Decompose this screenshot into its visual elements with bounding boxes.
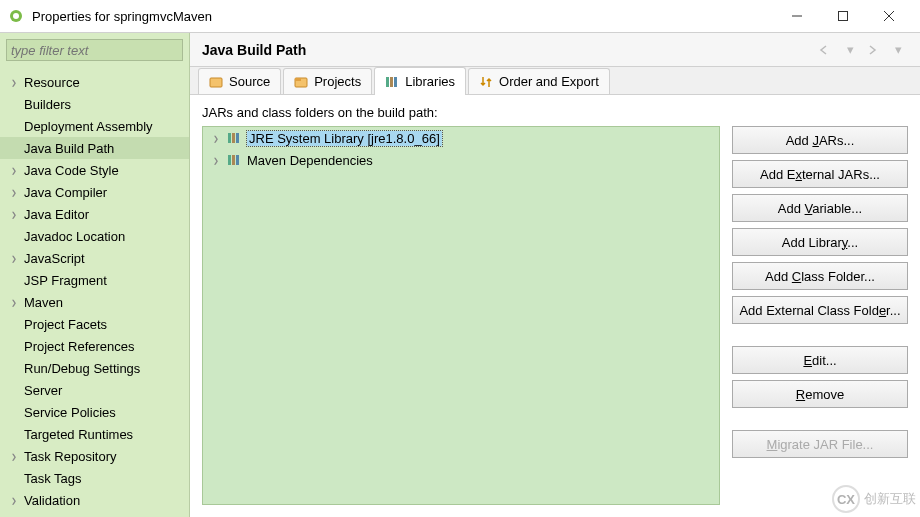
close-button[interactable] [866, 0, 912, 32]
expand-arrow-icon[interactable]: ❯ [8, 298, 19, 306]
sidebar-item-label: Maven [22, 295, 63, 310]
sidebar-item-jsp-fragment[interactable]: JSP Fragment [0, 269, 189, 291]
tab-label: Projects [314, 74, 361, 89]
sidebar-item-label: Deployment Assembly [22, 119, 153, 134]
add-variable-button[interactable]: Add Variable... [732, 194, 908, 222]
sidebar-item-run-debug-settings[interactable]: Run/Debug Settings [0, 357, 189, 379]
sidebar-item-javadoc-location[interactable]: Javadoc Location [0, 225, 189, 247]
library-icon [227, 153, 243, 167]
expand-arrow-icon[interactable]: ❯ [8, 496, 19, 504]
forward-menu-icon[interactable]: ▾ [888, 40, 908, 60]
sidebar-item-task-tags[interactable]: Task Tags [0, 467, 189, 489]
sidebar-item-label: Java Build Path [22, 141, 114, 156]
sidebar-item-resource[interactable]: ❯Resource [0, 71, 189, 93]
expand-arrow-icon[interactable]: ❯ [8, 210, 19, 218]
add-external-class-folder-button[interactable]: Add External Class Folder... [732, 296, 908, 324]
sidebar-item-validation[interactable]: ❯Validation [0, 489, 189, 511]
remove-button[interactable]: Remove [732, 380, 908, 408]
sidebar-item-label: Java Editor [22, 207, 89, 222]
tab-label: Source [229, 74, 270, 89]
svg-rect-16 [232, 155, 235, 165]
sidebar: ❯ResourceBuildersDeployment AssemblyJava… [0, 33, 190, 517]
sidebar-item-javascript[interactable]: ❯JavaScript [0, 247, 189, 269]
projects-icon [294, 75, 308, 89]
add-jars-button[interactable]: Add JARs... [732, 126, 908, 154]
sidebar-item-label: Resource [22, 75, 80, 90]
sidebar-item-web-content-settings[interactable]: Web Content Settings [0, 511, 189, 517]
add-external-jars-button[interactable]: Add External JARs... [732, 160, 908, 188]
list-label: JARs and class folders on the build path… [202, 105, 908, 120]
svg-rect-3 [839, 12, 848, 21]
sidebar-item-maven[interactable]: ❯Maven [0, 291, 189, 313]
window-title: Properties for springmvcMaven [32, 9, 774, 24]
sidebar-item-label: JavaScript [22, 251, 85, 266]
sidebar-item-builders[interactable]: Builders [0, 93, 189, 115]
expand-arrow-icon[interactable]: ❯ [8, 452, 19, 460]
libraries-icon [385, 75, 399, 89]
sidebar-item-label: Task Tags [22, 471, 82, 486]
svg-rect-10 [390, 77, 393, 87]
sidebar-item-label: Run/Debug Settings [22, 361, 140, 376]
svg-rect-8 [295, 78, 301, 81]
sidebar-item-project-references[interactable]: Project References [0, 335, 189, 357]
filter-input[interactable] [6, 39, 183, 61]
sidebar-item-java-compiler[interactable]: ❯Java Compiler [0, 181, 189, 203]
minimize-button[interactable] [774, 0, 820, 32]
sidebar-item-label: Project Facets [22, 317, 107, 332]
expand-arrow-icon[interactable]: ❯ [8, 188, 19, 196]
expand-arrow-icon[interactable]: ❯ [8, 254, 19, 262]
svg-rect-9 [386, 77, 389, 87]
sidebar-item-label: Project References [22, 339, 135, 354]
tab-source[interactable]: Source [198, 68, 281, 94]
app-icon [8, 8, 24, 24]
svg-rect-14 [236, 133, 239, 143]
svg-rect-15 [228, 155, 231, 165]
svg-rect-6 [210, 78, 222, 87]
sidebar-item-service-policies[interactable]: Service Policies [0, 401, 189, 423]
sidebar-item-label: Java Code Style [22, 163, 119, 178]
tab-order-and-export[interactable]: Order and Export [468, 68, 610, 94]
watermark: CX 创新互联 [832, 485, 916, 513]
library-item[interactable]: ❯JRE System Library [jre1.8.0_66] [203, 127, 719, 149]
sidebar-item-label: Task Repository [22, 449, 116, 464]
sidebar-item-label: Targeted Runtimes [22, 427, 133, 442]
expand-arrow-icon[interactable]: ❯ [8, 78, 19, 86]
svg-point-1 [13, 13, 19, 19]
tab-libraries[interactable]: Libraries [374, 67, 466, 95]
maximize-button[interactable] [820, 0, 866, 32]
expand-arrow-icon[interactable]: ❯ [211, 156, 221, 164]
library-item[interactable]: ❯Maven Dependencies [203, 149, 719, 171]
tab-label: Order and Export [499, 74, 599, 89]
edit-button[interactable]: Edit... [732, 346, 908, 374]
button-column: Add JARs... Add External JARs... Add Var… [732, 126, 908, 505]
add-class-folder-button[interactable]: Add Class Folder... [732, 262, 908, 290]
sidebar-item-project-facets[interactable]: Project Facets [0, 313, 189, 335]
category-tree[interactable]: ❯ResourceBuildersDeployment AssemblyJava… [0, 67, 189, 517]
content-header: Java Build Path ▾ ▾ [190, 33, 920, 67]
add-library-button[interactable]: Add Library... [732, 228, 908, 256]
tabs: SourceProjectsLibrariesOrder and Export [190, 67, 920, 95]
content-area: Java Build Path ▾ ▾ SourceProjectsLibrar… [190, 33, 920, 517]
svg-rect-13 [232, 133, 235, 143]
expand-arrow-icon[interactable]: ❯ [211, 134, 221, 142]
libraries-tree[interactable]: ❯JRE System Library [jre1.8.0_66]❯Maven … [202, 126, 720, 505]
sidebar-item-java-build-path[interactable]: Java Build Path [0, 137, 189, 159]
sidebar-item-server[interactable]: Server [0, 379, 189, 401]
expand-arrow-icon[interactable]: ❯ [8, 166, 19, 174]
sidebar-item-targeted-runtimes[interactable]: Targeted Runtimes [0, 423, 189, 445]
migrate-jar-button: Migrate JAR File... [732, 430, 908, 458]
back-icon[interactable] [816, 40, 836, 60]
forward-icon[interactable] [864, 40, 884, 60]
library-icon [227, 131, 243, 145]
tab-label: Libraries [405, 74, 455, 89]
sidebar-item-deployment-assembly[interactable]: Deployment Assembly [0, 115, 189, 137]
tab-projects[interactable]: Projects [283, 68, 372, 94]
sidebar-item-task-repository[interactable]: ❯Task Repository [0, 445, 189, 467]
svg-rect-11 [394, 77, 397, 87]
back-menu-icon[interactable]: ▾ [840, 40, 860, 60]
sidebar-item-label: Validation [22, 493, 80, 508]
filter-box [6, 39, 183, 61]
sidebar-item-label: Service Policies [22, 405, 116, 420]
sidebar-item-java-code-style[interactable]: ❯Java Code Style [0, 159, 189, 181]
sidebar-item-java-editor[interactable]: ❯Java Editor [0, 203, 189, 225]
